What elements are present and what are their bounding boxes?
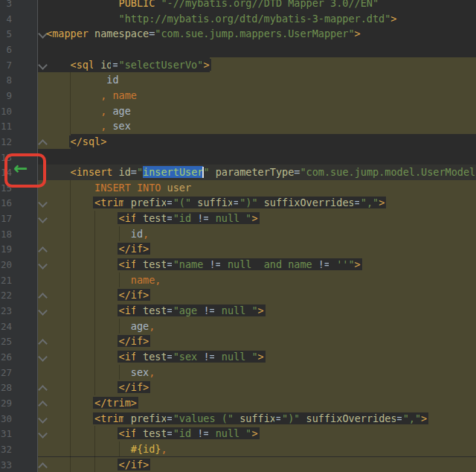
line-number: 7: [0, 59, 12, 71]
code-token: suffixOverrides: [306, 412, 397, 424]
code-line[interactable]: 23 <if test="age != null ">: [0, 303, 476, 319]
code-token: test: [143, 351, 167, 363]
code-token: [46, 0, 119, 9]
code-token: [46, 166, 71, 178]
code-token: <if: [119, 304, 137, 316]
code-line[interactable]: 26 <if test="sex != null ">: [0, 349, 476, 365]
code-token: ")": [239, 197, 257, 208]
code-line[interactable]: 18 id,: [0, 226, 476, 242]
code-line[interactable]: 19 </if>: [0, 241, 476, 257]
code-token: age: [112, 105, 130, 117]
code-token: </if>: [119, 459, 149, 471]
code-line[interactable]: 30 <trim prefix="values (" suffix=")" su…: [0, 411, 476, 427]
code-line[interactable]: 8 id: [0, 72, 476, 88]
code-token: ")": [282, 412, 300, 424]
code-token: =: [167, 351, 173, 363]
code-token: null ": [210, 212, 252, 224]
code-line[interactable]: 25 </if>: [0, 334, 476, 349]
code-token: ''": [330, 258, 355, 270]
code-token: <if: [119, 212, 137, 224]
line-number: 9: [0, 89, 12, 102]
code-token: ",": [403, 412, 421, 424]
row-background: [210, 57, 476, 73]
code-token: [46, 13, 119, 25]
code-line[interactable]: 15 INSERT INTO user: [0, 180, 476, 196]
code-line[interactable]: 21 name,: [0, 272, 476, 288]
code-token: [46, 443, 131, 455]
code-line[interactable]: 9 , name: [0, 88, 476, 103]
code-line[interactable]: 28 </if>: [0, 380, 476, 395]
code-token: !=: [210, 258, 222, 270]
code-token: </sql>: [71, 135, 107, 147]
code-token: [258, 197, 264, 208]
code-line[interactable]: 10 , age: [0, 103, 476, 119]
code-token: "-//mybatis.org//DTD Mapper 3.0//EN": [161, 0, 379, 9]
code-token: =: [276, 412, 282, 424]
code-token: <mapper: [46, 28, 89, 39]
line-number: 18: [0, 228, 12, 240]
code-line[interactable]: 14 <insert id="insertUser" parameterType…: [0, 165, 476, 180]
code-token: <trim: [94, 197, 125, 208]
code-token: sex: [131, 366, 149, 378]
code-line[interactable]: 17 <if test="id != null ">: [0, 211, 476, 226]
code-token: null ": [216, 351, 258, 363]
code-token: parameterType: [216, 166, 295, 178]
code-token: !=: [197, 212, 209, 224]
code-text: id: [46, 72, 119, 88]
code-line[interactable]: 7 <sql id="selectUserVo">: [0, 57, 476, 73]
code-token: [137, 304, 143, 316]
code-token: =: [234, 197, 239, 208]
code-token: [46, 427, 119, 439]
code-token: !=: [203, 304, 215, 316]
code-token: [137, 212, 143, 224]
code-token: [46, 182, 94, 194]
code-token: =: [167, 412, 173, 424]
code-token: =: [131, 166, 137, 178]
code-line[interactable]: 31 <if test="id != null ">: [0, 426, 476, 441]
code-token: name: [112, 89, 137, 101]
code-token: [46, 304, 119, 316]
code-token: !=: [197, 427, 209, 439]
code-line[interactable]: 3 PUBLIC "-//mybatis.org//DTD Mapper 3.0…: [0, 0, 476, 11]
code-text: <mapper namespace="com.sue.jump.mappers.…: [46, 26, 361, 42]
code-token: PUBLIC: [119, 0, 155, 9]
code-token: >: [379, 197, 385, 208]
code-token: [46, 320, 131, 332]
code-line[interactable]: 5<mapper namespace="com.sue.jump.mappers…: [0, 26, 476, 42]
code-token: [137, 258, 143, 270]
code-token: <sql: [71, 59, 95, 71]
code-token: [46, 335, 119, 347]
code-token: [46, 397, 94, 409]
code-token: user: [167, 182, 192, 194]
code-token: suffix: [239, 412, 276, 424]
code-token: </if>: [119, 381, 149, 393]
code-text: <if test="name != null and name != ''">: [46, 257, 361, 272]
code-line[interactable]: 22 </if>: [0, 287, 476, 303]
code-token: </if>: [119, 289, 149, 301]
code-line[interactable]: 33 </if>: [0, 457, 476, 472]
code-line[interactable]: 24 age,: [0, 319, 476, 334]
code-line[interactable]: 27 sex,: [0, 365, 476, 380]
code-editor[interactable]: 3 PUBLIC "-//mybatis.org//DTD Mapper 3.0…: [0, 0, 476, 472]
code-line[interactable]: 6: [0, 42, 476, 57]
code-line[interactable]: 4 "http://mybatis.org/dtd/mybatis-3-mapp…: [0, 11, 476, 27]
code-token: INSERT INTO: [94, 182, 161, 194]
code-line[interactable]: 32 #{id},: [0, 441, 476, 457]
code-text: <if test="age != null ">: [46, 303, 264, 319]
code-text: PUBLIC "-//mybatis.org//DTD Mapper 3.0//…: [46, 0, 379, 11]
code-token: >: [390, 13, 396, 25]
code-token: ,: [149, 366, 155, 378]
code-line[interactable]: 13: [0, 150, 476, 165]
code-line[interactable]: 29 </trim>: [0, 395, 476, 411]
code-text: </if>: [46, 334, 149, 349]
code-line[interactable]: 16 <trim prefix="(" suffix=")" suffixOve…: [0, 195, 476, 211]
code-line[interactable]: 11 , sex: [0, 118, 476, 134]
line-number: 24: [0, 320, 12, 333]
code-text: , age: [46, 103, 131, 119]
code-line[interactable]: 12 </sql>: [0, 134, 476, 150]
code-line[interactable]: 20 <if test="name != null and name != ''…: [0, 257, 476, 272]
code-token: <if: [119, 351, 137, 363]
line-number: 31: [0, 427, 12, 440]
code-token: [46, 412, 94, 424]
code-token: "name: [173, 258, 210, 270]
